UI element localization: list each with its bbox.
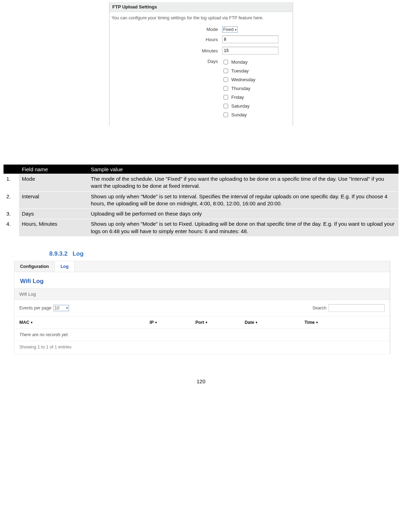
day-wednesday[interactable]: Wednesday	[222, 76, 290, 83]
day-friday[interactable]: Friday	[222, 94, 290, 101]
day-sunday-checkbox[interactable]	[224, 113, 228, 117]
mode-label: Mode	[112, 27, 222, 32]
events-per-page-select[interactable]: 10▾	[54, 305, 69, 311]
wifi-log-footer: Showing 1 to 1 of 1 entries	[14, 341, 390, 354]
events-per-page-label: Events per page	[19, 306, 51, 310]
section-heading: 8.9.3.2 Log	[49, 250, 402, 257]
page-number: 120	[0, 378, 402, 384]
sort-icon: ♦	[31, 321, 32, 324]
description-table-wrap: Field name Sample value 1. Mode The mode…	[4, 165, 398, 236]
wifi-log-empty: There are no records yet.	[14, 329, 390, 341]
desc-head-index	[4, 165, 19, 174]
section-number: 8.9.3.2	[49, 250, 68, 257]
day-monday-checkbox[interactable]	[224, 60, 228, 64]
day-sunday[interactable]: Sunday	[222, 111, 290, 118]
day-tuesday-checkbox[interactable]	[224, 69, 228, 73]
wifi-log-panel: Configuration Log Wifi Log Wifi Log Even…	[14, 261, 390, 354]
chevron-down-icon: ▾	[66, 306, 68, 310]
hours-label: Hours	[112, 37, 222, 42]
mode-select-value: Fixed	[223, 27, 233, 32]
sort-icon: ♦	[155, 321, 157, 324]
wifi-log-subtitle: Wifi Log	[14, 288, 390, 300]
tab-log[interactable]: Log	[55, 261, 75, 272]
day-thursday-checkbox[interactable]	[224, 86, 228, 91]
day-monday[interactable]: Monday	[222, 59, 290, 65]
log-tabs: Configuration Log	[14, 261, 390, 272]
day-saturday-checkbox[interactable]	[224, 104, 228, 108]
wifi-log-title: Wifi Log	[14, 272, 390, 288]
minutes-input[interactable]	[222, 47, 278, 55]
column-ip[interactable]: IP♦	[150, 320, 195, 325]
sort-icon: ♦	[256, 321, 257, 324]
ftp-upload-settings-panel: FTP Upload Settings You can configure yo…	[109, 2, 293, 126]
description-table: Field name Sample value 1. Mode The mode…	[4, 165, 398, 236]
search-input[interactable]	[328, 304, 385, 312]
day-friday-checkbox[interactable]	[224, 95, 228, 100]
column-port[interactable]: Port♦	[195, 320, 245, 325]
events-per-page-value: 10	[55, 306, 59, 310]
desc-head-desc: Sample value	[88, 165, 398, 174]
tab-configuration[interactable]: Configuration	[14, 261, 55, 272]
section-title: Log	[73, 250, 83, 257]
day-wednesday-checkbox[interactable]	[224, 77, 228, 82]
minutes-label: Minutes	[112, 48, 222, 53]
table-row: 1. Mode The mode of the schedule. Use "F…	[4, 174, 398, 192]
day-thursday[interactable]: Thursday	[222, 85, 290, 92]
table-row: 2. Interval Shows up only when "Mode" is…	[4, 191, 398, 209]
wifi-log-toolbar: Events per page 10▾ Search	[14, 300, 390, 316]
ftp-form: Mode Fixed▾ Hours Minutes Days Monday Tu…	[109, 22, 293, 126]
ftp-panel-header: FTP Upload Settings	[109, 2, 293, 12]
wifi-log-columns: MAC♦ IP♦ Port♦ Date♦ Time♦	[14, 316, 390, 329]
search-label: Search	[312, 306, 326, 310]
hours-input[interactable]	[222, 36, 278, 43]
desc-head-field: Field name	[19, 165, 88, 174]
days-label: Days	[112, 58, 222, 64]
chevron-down-icon: ▾	[235, 28, 237, 32]
column-date[interactable]: Date♦	[245, 320, 304, 325]
day-tuesday[interactable]: Tuesday	[222, 68, 290, 74]
column-time[interactable]: Time♦	[304, 320, 385, 325]
mode-select[interactable]: Fixed▾	[222, 26, 238, 33]
table-row: 4. Hours, Minutes Shows up only when "Mo…	[4, 219, 398, 236]
sort-icon: ♦	[206, 321, 207, 324]
table-row: 3. Days Uploading will be performed on t…	[4, 209, 398, 219]
day-saturday[interactable]: Saturday	[222, 103, 290, 109]
column-mac[interactable]: MAC♦	[19, 320, 150, 325]
sort-icon: ♦	[316, 321, 318, 324]
ftp-panel-description: You can configure your timing settings f…	[109, 12, 293, 22]
